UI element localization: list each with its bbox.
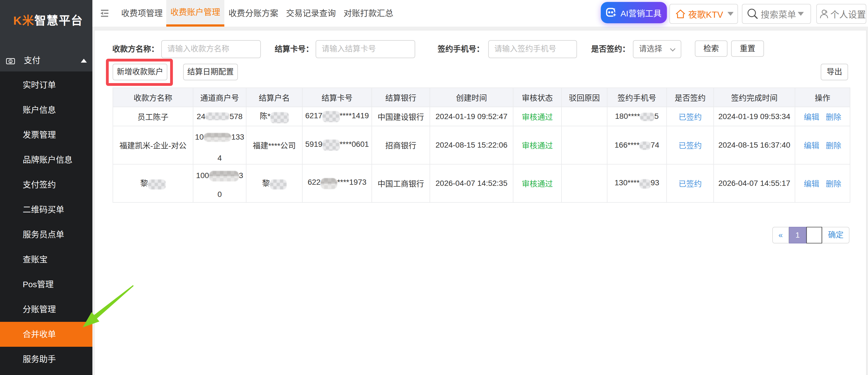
svg-text:1: 1: [10, 60, 11, 63]
